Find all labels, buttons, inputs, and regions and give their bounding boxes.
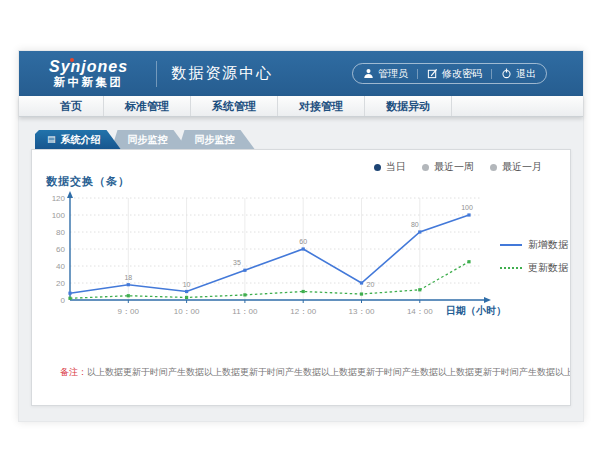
svg-text:120: 120 [52, 194, 66, 203]
range-selector: 当日最近一周最近一月 [374, 160, 542, 174]
svg-text:20: 20 [56, 279, 65, 288]
nav-item-2[interactable]: 标准管理 [104, 96, 191, 116]
svg-text:60: 60 [56, 245, 65, 254]
change-password-button[interactable]: 修改密码 [427, 67, 482, 81]
svg-text:60: 60 [299, 238, 307, 245]
user-toolbar: 管理员 修改密码 退出 [352, 63, 547, 84]
svg-text:12：00: 12：00 [290, 307, 316, 316]
tab-label: 同步监控 [195, 130, 235, 149]
tab-bar: ▤系统介绍同步监控同步监控 [19, 117, 583, 149]
header: Synjones 新中新集团 数据资源中心 管理员 修改密码 退出 [19, 51, 583, 96]
legend-label: 新增数据 [528, 238, 568, 252]
main-nav: 首页标准管理系统管理对接管理数据异动 [19, 96, 583, 117]
user-menu[interactable]: 管理员 [363, 67, 408, 81]
svg-text:40: 40 [56, 262, 65, 271]
legend-line-sample [500, 244, 522, 246]
svg-text:80: 80 [56, 228, 65, 237]
logo-text: Synjones [49, 58, 128, 76]
footnote-text: 以上数据更新于时间产生数据以上数据更新于时间产生数据以上数据更新于时间产生数据以… [87, 367, 570, 377]
svg-text:80: 80 [411, 221, 419, 228]
svg-text:日期（小时）: 日期（小时） [446, 305, 506, 316]
legend-item-1[interactable]: 新增数据 [500, 238, 568, 252]
logo-accent-dot [70, 58, 74, 62]
svg-text:18: 18 [124, 274, 132, 281]
document-icon: ▤ [47, 130, 56, 149]
svg-text:100: 100 [461, 204, 473, 211]
pill-separator [417, 69, 418, 79]
range-option-label: 最近一月 [502, 160, 542, 174]
nav-item-3[interactable]: 系统管理 [191, 96, 278, 116]
app-window: Synjones 新中新集团 数据资源中心 管理员 修改密码 退出 首页标准管理… [18, 50, 584, 422]
svg-text:10：00: 10：00 [174, 307, 200, 316]
tab-label: 系统介绍 [61, 130, 101, 149]
radio-icon [374, 164, 381, 171]
logo-subtext: 新中新集团 [49, 76, 128, 89]
range-option-label: 当日 [386, 160, 406, 174]
nav-item-1[interactable]: 首页 [39, 96, 104, 116]
range-option-label: 最近一周 [434, 160, 474, 174]
svg-text:35: 35 [233, 259, 241, 266]
edit-icon [427, 68, 438, 79]
footnote: 备注：以上数据更新于时间产生数据以上数据更新于时间产生数据以上数据更新于时间产生… [32, 366, 570, 379]
tab-label: 同步监控 [128, 130, 168, 149]
tab-2[interactable]: 同步监控 [112, 130, 188, 149]
nav-item-5[interactable]: 数据异动 [365, 96, 452, 116]
legend-line-sample [500, 267, 522, 269]
legend-label: 更新数据 [528, 261, 568, 275]
pill-separator [491, 69, 492, 79]
footnote-prefix: 备注： [60, 367, 87, 377]
nav-item-4[interactable]: 对接管理 [278, 96, 365, 116]
power-icon [501, 68, 512, 79]
company-logo: Synjones 新中新集团 [49, 58, 128, 89]
change-password-label: 修改密码 [442, 67, 482, 81]
header-divider [156, 61, 157, 87]
tab-3[interactable]: 同步监控 [179, 130, 255, 149]
svg-text:13：00: 13：00 [349, 307, 375, 316]
chart-legend: 新增数据更新数据 [500, 238, 568, 284]
svg-text:11：00: 11：00 [232, 307, 258, 316]
range-option-2[interactable]: 最近一周 [422, 160, 474, 174]
tab-1[interactable]: ▤系统介绍 [35, 130, 121, 149]
logout-label: 退出 [516, 67, 536, 81]
svg-text:14：00: 14：00 [407, 307, 433, 316]
content-panel: 当日最近一周最近一月 数据交换（条） 0204060801001209：0010… [31, 149, 571, 406]
radio-icon [422, 164, 429, 171]
legend-item-2[interactable]: 更新数据 [500, 261, 568, 275]
radio-icon [490, 164, 497, 171]
page-title: 数据资源中心 [171, 64, 273, 83]
logout-button[interactable]: 退出 [501, 67, 536, 81]
svg-text:20: 20 [367, 281, 375, 288]
range-option-1[interactable]: 当日 [374, 160, 406, 174]
svg-text:9：00: 9：00 [118, 307, 140, 316]
svg-text:10: 10 [183, 281, 191, 288]
y-axis-title: 数据交换（条） [46, 174, 130, 189]
content-area: ▤系统介绍同步监控同步监控 当日最近一周最近一月 数据交换（条） 0204060… [19, 117, 583, 421]
line-chart: 0204060801001209：0010：0011：0012：0013：001… [52, 190, 522, 324]
range-option-3[interactable]: 最近一月 [490, 160, 542, 174]
user-icon [363, 68, 374, 79]
svg-text:100: 100 [52, 211, 66, 220]
user-label: 管理员 [378, 67, 408, 81]
svg-text:0: 0 [61, 296, 66, 305]
